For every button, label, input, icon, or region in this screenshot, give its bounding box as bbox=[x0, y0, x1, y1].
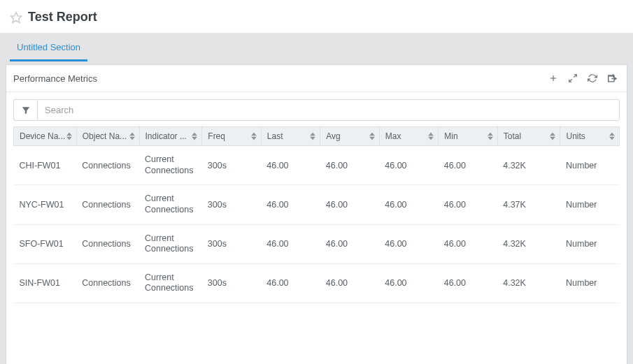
metrics-panel: Performance Metrics bbox=[6, 64, 627, 364]
sort-icon bbox=[129, 133, 135, 140]
sort-icon bbox=[251, 133, 257, 140]
refresh-icon[interactable] bbox=[585, 71, 600, 86]
svg-marker-23 bbox=[550, 137, 555, 140]
col-header-label: Device Na... bbox=[20, 131, 65, 141]
col-header-device[interactable]: Device Na... bbox=[14, 127, 77, 146]
sort-icon bbox=[369, 133, 375, 140]
svg-marker-0 bbox=[11, 12, 22, 22]
cell-total: 4.32K bbox=[497, 263, 560, 303]
col-header-max[interactable]: Max bbox=[379, 127, 438, 146]
cell-units: Number bbox=[560, 185, 620, 224]
col-header-label: Units bbox=[566, 131, 585, 141]
cell-units: Number bbox=[560, 224, 620, 263]
panel-header: Performance Metrics bbox=[6, 65, 627, 92]
cell-device: CHI-FW01 bbox=[14, 146, 77, 185]
cell-last: 46.00 bbox=[261, 224, 320, 263]
cell-object: Connections bbox=[76, 146, 139, 185]
cell-freq: 300s bbox=[202, 263, 261, 303]
favorite-star-icon[interactable] bbox=[10, 11, 22, 24]
col-header-indicator[interactable]: Indicator ... bbox=[139, 127, 202, 146]
sort-icon bbox=[192, 133, 197, 140]
plus-icon[interactable] bbox=[546, 71, 561, 86]
cell-min: 46.00 bbox=[439, 185, 497, 224]
table-row[interactable]: CHI-FW01ConnectionsCurrent Connections30… bbox=[14, 146, 620, 185]
col-header-label: Total bbox=[504, 131, 521, 141]
col-header-min[interactable]: Min bbox=[439, 127, 497, 146]
svg-marker-22 bbox=[550, 133, 555, 136]
cell-last: 46.00 bbox=[261, 185, 320, 224]
metrics-table: Device Na... Object Na... Indicator ... … bbox=[13, 126, 620, 303]
sort-icon bbox=[609, 133, 615, 140]
sort-icon bbox=[310, 133, 315, 140]
cell-device: NYC-FW01 bbox=[14, 185, 77, 224]
cell-max: 46.00 bbox=[379, 224, 438, 263]
col-header-label: Indicator ... bbox=[145, 131, 187, 141]
svg-marker-15 bbox=[310, 137, 315, 140]
fullscreen-icon[interactable] bbox=[565, 71, 581, 86]
cell-indicator: Current Connections bbox=[139, 224, 202, 263]
cell-avg: 46.00 bbox=[320, 146, 379, 185]
table-row[interactable]: SFO-FW01ConnectionsCurrent Connections30… bbox=[14, 224, 620, 263]
svg-marker-8 bbox=[129, 133, 135, 136]
svg-marker-11 bbox=[192, 137, 197, 140]
section-tabs: Untitled Section bbox=[6, 34, 627, 61]
cell-device: SFO-FW01 bbox=[14, 224, 77, 263]
col-header-freq[interactable]: Freq bbox=[202, 127, 261, 146]
cell-avg: 46.00 bbox=[320, 263, 379, 303]
page-header: Test Report bbox=[0, 0, 633, 34]
svg-marker-9 bbox=[129, 137, 135, 140]
cell-max: 46.00 bbox=[379, 146, 438, 185]
content-area: Untitled Section Performance Metrics bbox=[0, 34, 633, 364]
svg-marker-17 bbox=[369, 137, 375, 140]
sort-icon bbox=[66, 133, 72, 140]
cell-indicator: Current Connections bbox=[139, 263, 202, 303]
col-header-object[interactable]: Object Na... bbox=[76, 127, 139, 146]
svg-marker-14 bbox=[310, 133, 315, 136]
table-header-row: Device Na... Object Na... Indicator ... … bbox=[14, 127, 620, 146]
col-header-label: Min bbox=[444, 131, 457, 141]
svg-line-4 bbox=[569, 79, 572, 82]
svg-marker-16 bbox=[369, 133, 375, 136]
cell-freq: 300s bbox=[202, 185, 261, 224]
export-icon[interactable] bbox=[604, 71, 620, 86]
panel-body: Device Na... Object Na... Indicator ... … bbox=[6, 92, 627, 364]
svg-line-3 bbox=[574, 75, 576, 78]
svg-marker-7 bbox=[66, 137, 72, 140]
col-header-total[interactable]: Total bbox=[497, 127, 560, 146]
sort-icon bbox=[488, 133, 493, 140]
svg-marker-6 bbox=[66, 133, 72, 136]
table-row[interactable]: SIN-FW01ConnectionsCurrent Connections30… bbox=[14, 263, 620, 303]
sort-icon bbox=[428, 133, 434, 140]
cell-last: 46.00 bbox=[261, 263, 320, 303]
panel-title: Performance Metrics bbox=[13, 73, 97, 84]
search-row bbox=[13, 99, 620, 121]
svg-marker-10 bbox=[192, 133, 197, 136]
cell-indicator: Current Connections bbox=[139, 146, 202, 185]
col-header-units[interactable]: Units bbox=[560, 127, 620, 146]
col-header-last[interactable]: Last bbox=[261, 127, 320, 146]
sort-icon bbox=[550, 133, 555, 140]
tab-untitled-section[interactable]: Untitled Section bbox=[10, 34, 87, 61]
cell-freq: 300s bbox=[202, 146, 261, 185]
col-header-avg[interactable]: Avg bbox=[320, 127, 379, 146]
col-header-label: Last bbox=[267, 131, 283, 141]
cell-avg: 46.00 bbox=[320, 224, 379, 263]
search-input[interactable] bbox=[37, 99, 620, 121]
cell-device: SIN-FW01 bbox=[14, 263, 77, 303]
svg-marker-12 bbox=[251, 133, 257, 136]
cell-last: 46.00 bbox=[261, 146, 320, 185]
svg-marker-18 bbox=[428, 133, 434, 136]
filter-icon[interactable] bbox=[13, 99, 37, 121]
table-row[interactable]: NYC-FW01ConnectionsCurrent Connections30… bbox=[14, 185, 620, 224]
cell-freq: 300s bbox=[202, 224, 261, 263]
page-title: Test Report bbox=[28, 10, 97, 24]
cell-avg: 46.00 bbox=[320, 185, 379, 224]
cell-min: 46.00 bbox=[439, 224, 497, 263]
cell-total: 4.37K bbox=[497, 185, 560, 224]
cell-min: 46.00 bbox=[439, 146, 497, 185]
cell-object: Connections bbox=[76, 263, 139, 303]
cell-max: 46.00 bbox=[379, 263, 438, 303]
cell-units: Number bbox=[560, 146, 620, 185]
svg-marker-21 bbox=[488, 137, 493, 140]
cell-object: Connections bbox=[76, 224, 139, 263]
